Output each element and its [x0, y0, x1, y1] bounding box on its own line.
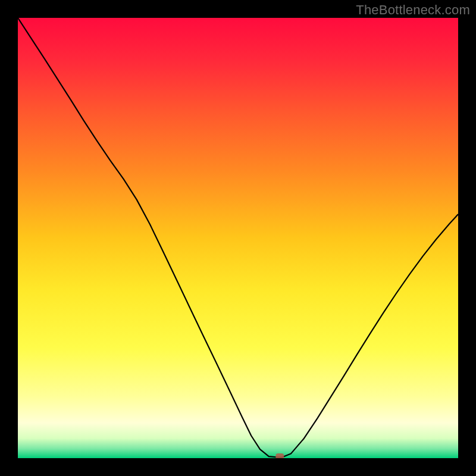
watermark-text: TheBottleneck.com [356, 2, 470, 18]
gradient-background [18, 18, 458, 458]
minimum-marker [275, 453, 284, 458]
plot-svg [18, 18, 458, 458]
plot-area [18, 18, 458, 458]
chart-stage: TheBottleneck.com [0, 0, 476, 476]
